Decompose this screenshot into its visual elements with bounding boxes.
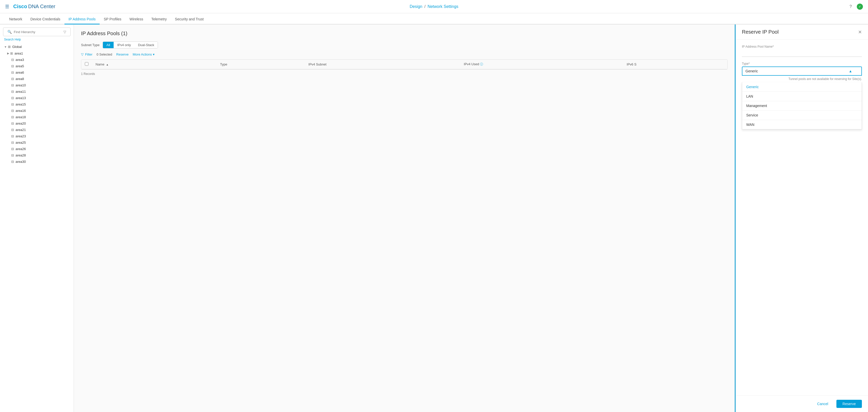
panel-title: Reserve IP Pool (742, 29, 779, 35)
area-icon: ⊟ (11, 58, 14, 62)
sidebar-item-area25[interactable]: ⊟ area25 (0, 139, 74, 146)
filter-icon[interactable]: ▽ (63, 30, 66, 34)
right-panel: Reserve IP Pool ✕ IP Address Pool Name* … (736, 25, 868, 412)
expand-arrow-icon: ▼ (4, 45, 7, 49)
sidebar-item-area6[interactable]: ⊟ area6 (0, 69, 74, 76)
subnet-all-button[interactable]: All (103, 42, 114, 48)
filter-icon: ▽ (81, 53, 84, 56)
sidebar-item-area28[interactable]: ⊟ area28 (0, 152, 74, 158)
help-icon[interactable]: ? (848, 4, 854, 10)
breadcrumb-sep: / (425, 4, 426, 9)
sidebar-item-label: area3 (16, 58, 24, 62)
sidebar-item-label: area20 (16, 122, 26, 125)
sidebar-item-label: area11 (16, 90, 26, 94)
area-icon: ⊟ (11, 71, 14, 74)
top-right-icons: ? ✓ (848, 4, 863, 10)
col-ipv6-s: IPv6 S (623, 60, 727, 69)
type-dropdown[interactable]: Generic ▲ (742, 66, 862, 76)
area-icon: ⊟ (11, 83, 14, 87)
select-all-checkbox[interactable] (85, 62, 88, 66)
sidebar-item-area10[interactable]: ⊟ area10 (0, 82, 74, 88)
tab-bar: Network Device Credentials IP Address Po… (0, 13, 868, 25)
subnet-type-label: Subnet Type (81, 43, 100, 47)
sidebar-item-label: area15 (16, 102, 26, 106)
expand-arrow-icon: ▶ (7, 52, 9, 55)
sidebar-item-label: area10 (16, 83, 26, 87)
sidebar-item-area15[interactable]: ⊟ area15 (0, 101, 74, 107)
area-icon: ⊟ (11, 160, 14, 164)
pool-name-input[interactable] (742, 50, 862, 57)
area-icon: ⊟ (11, 96, 14, 100)
type-dropdown-menu: Generic LAN Management Service WAN (742, 82, 862, 129)
sidebar-item-area11[interactable]: ⊟ area11 (0, 88, 74, 95)
tab-wireless[interactable]: Wireless (125, 14, 147, 25)
sidebar-item-label: area16 (16, 109, 26, 113)
sidebar-item-label: area26 (16, 147, 26, 151)
sidebar-item-area13[interactable]: ⊟ area13 (0, 95, 74, 101)
area-icon: ⊟ (11, 128, 14, 132)
area-icon: ⊟ (11, 140, 14, 145)
col-name: Name ▲ (92, 60, 217, 69)
type-option-service[interactable]: Service (742, 110, 862, 120)
design-link[interactable]: Design (410, 4, 423, 9)
subnet-dual-stack-button[interactable]: Dual-Stack (134, 42, 158, 48)
sidebar-item-area21[interactable]: ⊟ area21 (0, 127, 74, 133)
close-button[interactable]: ✕ (858, 29, 862, 35)
sidebar-item-area1[interactable]: ▶ ⊞ area1 (0, 50, 74, 57)
area-icon: ⊟ (11, 153, 14, 157)
cancel-button[interactable]: Cancel (812, 400, 833, 408)
sidebar-item-area18[interactable]: ⊟ area18 (0, 114, 74, 120)
tab-telemetry[interactable]: Telemetry (147, 14, 171, 25)
sidebar-item-area8[interactable]: ⊟ area8 (0, 76, 74, 82)
sidebar-item-area30[interactable]: ⊟ area30 (0, 158, 74, 165)
type-option-management[interactable]: Management (742, 101, 862, 110)
panel-footer: Cancel Reserve (736, 395, 868, 412)
sidebar-item-label: area8 (16, 77, 24, 81)
area-icon: ⊟ (11, 109, 14, 113)
table-toolbar: ▽ Filter 0 Selected Reserve More Actions… (81, 53, 727, 56)
type-option-generic[interactable]: Generic (742, 82, 862, 92)
sidebar-item-global[interactable]: ▼ ⊞ Global (0, 43, 74, 50)
pool-name-field: IP Address Pool Name* (742, 45, 862, 57)
tab-security-and-trust[interactable]: Security and Trust (171, 14, 208, 25)
sidebar-item-area5[interactable]: ⊟ area5 (0, 63, 74, 69)
brand-cisco: Cisco (13, 4, 27, 9)
sidebar-search-box[interactable]: 🔍 ▽ (3, 28, 70, 36)
type-option-lan[interactable]: LAN (742, 92, 862, 101)
area-icon: ⊟ (11, 134, 14, 138)
status-icon[interactable]: ✓ (857, 4, 863, 10)
area-icon: ⊟ (11, 122, 14, 125)
tab-sp-profiles[interactable]: SP Profiles (100, 14, 125, 25)
tab-network[interactable]: Network (5, 14, 26, 25)
area-icon: ⊟ (11, 64, 14, 68)
ip-pools-table: Name ▲ Type IPv4 Subnet IPv4 Used ⓘ IPv6… (81, 59, 727, 69)
reserve-button[interactable]: Reserve (836, 400, 862, 408)
more-actions-label: More Actions (133, 53, 152, 56)
sidebar-item-area20[interactable]: ⊟ area20 (0, 120, 74, 127)
sidebar-global-label: Global (12, 45, 22, 49)
main-layout: 🔍 ▽ Search Help ▼ ⊞ Global ▶ ⊞ area1 ⊟ a… (0, 25, 868, 412)
search-input[interactable] (14, 30, 61, 34)
filter-label: Filter (85, 53, 92, 56)
sidebar: 🔍 ▽ Search Help ▼ ⊞ Global ▶ ⊞ area1 ⊟ a… (0, 25, 74, 412)
tab-ip-address-pools[interactable]: IP Address Pools (64, 14, 100, 25)
reserve-link[interactable]: Reserve (116, 53, 128, 56)
subnet-ipv4-button[interactable]: IPv4 only (114, 42, 134, 48)
type-option-wan[interactable]: WAN (742, 120, 862, 129)
sidebar-item-area3[interactable]: ⊟ area3 (0, 57, 74, 63)
sidebar-item-area16[interactable]: ⊟ area16 (0, 107, 74, 114)
brand-rest: DNA Center (28, 4, 55, 9)
filter-button[interactable]: ▽ Filter (81, 53, 92, 56)
more-actions-button[interactable]: More Actions ▾ (133, 53, 155, 56)
hamburger-icon[interactable]: ☰ (5, 4, 9, 9)
sidebar-item-label: area6 (16, 71, 24, 74)
panel-body: IP Address Pool Name* Type* Generic ▲ Ge… (736, 40, 868, 395)
sidebar-item-area23[interactable]: ⊟ area23 (0, 133, 74, 139)
area-icon: ⊟ (11, 77, 14, 81)
network-settings-link[interactable]: Network Settings (428, 4, 458, 9)
type-label: Type* (742, 62, 862, 65)
col-ipv4-used: IPv4 Used ⓘ (460, 60, 623, 69)
sidebar-item-area26[interactable]: ⊟ area26 (0, 146, 74, 152)
search-help-link[interactable]: Search Help (0, 37, 74, 43)
tab-device-credentials[interactable]: Device Credentials (26, 14, 64, 25)
